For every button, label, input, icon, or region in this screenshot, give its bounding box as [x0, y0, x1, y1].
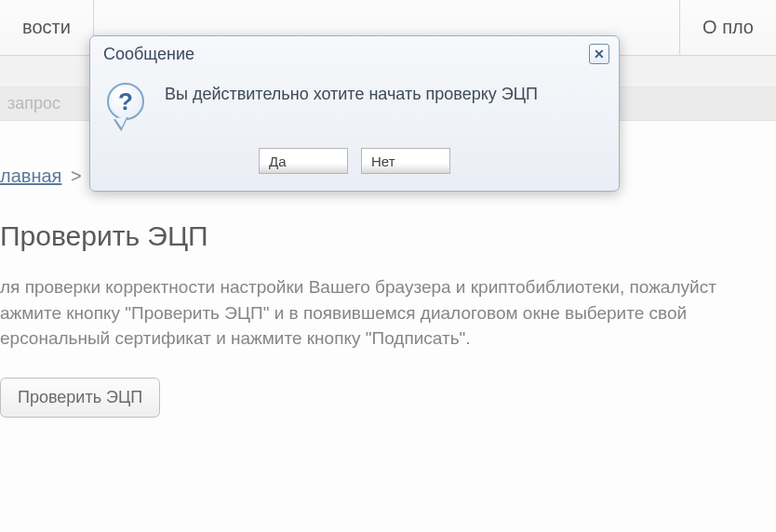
bubble-tail-icon	[114, 117, 130, 133]
yes-button[interactable]: Да	[259, 148, 348, 174]
breadcrumb-link-home[interactable]: лавная	[0, 166, 61, 186]
dialog-title: Сообщение	[103, 45, 194, 64]
nav-tab-left[interactable]: вости	[0, 0, 94, 55]
page-description: ля проверки корректности настройки Вашег…	[0, 274, 763, 352]
page-title: Проверить ЭЦП	[0, 220, 776, 252]
question-icon: ?	[107, 83, 148, 129]
no-button[interactable]: Нет	[361, 148, 450, 174]
confirm-dialog: Сообщение ✕ ? Вы действительно хотите на…	[89, 35, 620, 192]
verify-ecp-button[interactable]: Проверить ЭЦП	[0, 378, 160, 418]
close-icon[interactable]: ✕	[589, 44, 609, 64]
dialog-buttons: Да Нет	[90, 137, 619, 191]
breadcrumb-sep: >	[71, 166, 82, 186]
nav-tab-right[interactable]: О пло	[679, 0, 776, 55]
dialog-body: ? Вы действительно хотите начать проверк…	[90, 70, 619, 137]
dialog-message: Вы действительно хотите начать проверку …	[165, 79, 538, 104]
search-placeholder-fragment: запрос	[7, 94, 60, 113]
question-bubble: ?	[107, 83, 144, 120]
dialog-header: Сообщение ✕	[90, 36, 619, 70]
